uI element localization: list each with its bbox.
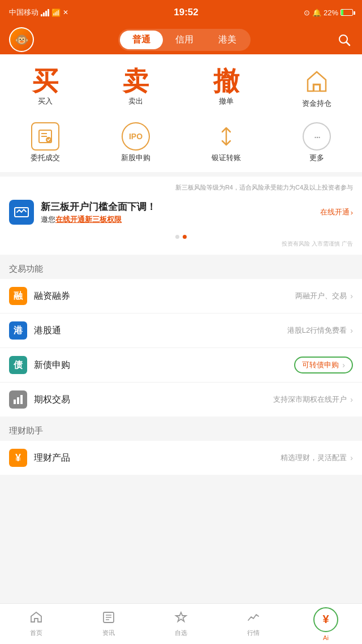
action-buy[interactable]: 买 买入 [0, 63, 90, 113]
bond-arrow-icon: › [342, 360, 345, 370]
options-badge [9, 390, 27, 409]
battery-icon [341, 9, 353, 16]
wealth-arrow-icon: › [350, 453, 353, 462]
bottom-nav-market[interactable]: 行情 [217, 611, 290, 637]
dot-1[interactable] [175, 235, 179, 239]
svg-rect-8 [14, 400, 16, 404]
trading-list: 融 融资融券 两融开户、交易 › 港 港股通 港股L2行情免费看 › 债 新债申… [0, 279, 362, 417]
options-name: 期权交易 [34, 394, 273, 406]
market-nav-icon [247, 611, 260, 628]
banner-icon [9, 200, 34, 225]
ipo-icon: IPO [122, 122, 150, 151]
watchlist-nav-label: 自选 [175, 629, 187, 637]
banner-footer: 投资有风险 入市需谨慎 广告 [9, 240, 353, 248]
list-item-wealth[interactable]: ¥ 理财产品 精选理财，灵活配置 › [0, 441, 362, 475]
status-bar: 中国移动 📶 ✕ 19:52 ⊙ 🔔 22% [0, 0, 362, 25]
bottom-nav-news[interactable]: 资讯 [72, 611, 145, 637]
bottom-nav-home[interactable]: 首页 [0, 611, 72, 637]
hkconnect-desc: 港股L2行情免费看 › [287, 325, 353, 336]
list-item-bond[interactable]: 债 新债申购 可转债申购 › [0, 348, 362, 383]
alarm-icon: 🔔 [312, 8, 321, 17]
bond-badge: 债 [9, 356, 27, 374]
action-portfolio[interactable]: 资金持仓 [272, 63, 362, 113]
search-button[interactable] [335, 31, 353, 49]
status-battery-area: ⊙ 🔔 22% [304, 8, 353, 17]
banner-hint: 新三板风险等级为R4，适合风险承受能力为C4及以上投资者参与 [9, 183, 353, 192]
wifi-icon: 📶 [51, 8, 61, 17]
hkconnect-name: 港股通 [34, 325, 287, 337]
action-ipo[interactable]: IPO 新股申购 [90, 118, 181, 168]
svg-rect-9 [17, 397, 19, 404]
battery-percent: 22% [324, 8, 338, 17]
news-nav-label: 资讯 [102, 629, 115, 637]
bond-highlight[interactable]: 可转债申购 › [294, 357, 353, 373]
bond-name: 新债申购 [34, 359, 294, 371]
ai-nav-circle: ¥ [313, 607, 338, 632]
bottom-nav-ai[interactable]: ¥ Ai [290, 607, 362, 641]
transfer-label: 银证转账 [212, 153, 241, 163]
account-type-tabs: 普通 信用 港美 [118, 29, 251, 51]
portfolio-icon [303, 68, 331, 96]
more-label: 更多 [309, 153, 324, 163]
ai-nav-label: Ai [323, 634, 329, 641]
options-arrow-icon: › [350, 395, 353, 404]
margin-badge: 融 [9, 287, 27, 305]
banner-sub: 邀您在线开通新三板权限 [41, 214, 156, 225]
banner-action-button[interactable]: 在线开通 › [320, 207, 353, 217]
list-item-hkconnect[interactable]: 港 港股通 港股L2行情免费看 › [0, 314, 362, 348]
bottom-nav-watchlist[interactable]: 自选 [145, 611, 217, 637]
tab-credit[interactable]: 信用 [163, 31, 206, 49]
sell-icon: 卖 [123, 68, 149, 94]
banner-dots [9, 235, 353, 239]
dot-2[interactable] [183, 235, 187, 239]
action-more[interactable]: ··· 更多 [272, 118, 362, 168]
nav-bar: 🐵 普通 信用 港美 [0, 25, 362, 54]
banner-card[interactable]: 新三板开户门槛全面下调！ 邀您在线开通新三板权限 在线开通 › [9, 194, 353, 230]
margin-desc: 两融开户、交易 › [295, 291, 353, 301]
bottom-nav: 首页 资讯 自选 行情 ¥ Ai [0, 603, 362, 644]
banner-section: 新三板风险等级为R4，适合风险承受能力为C4及以上投资者参与 新三板开户门槛全面… [0, 177, 362, 255]
margin-arrow-icon: › [350, 291, 353, 300]
wealth-desc: 精选理财，灵活配置 › [281, 453, 353, 463]
logo-image: 🐵 [10, 28, 33, 51]
cancel-icon: 撤 [213, 68, 239, 94]
more-icon: ··· [303, 122, 331, 151]
home-nav-icon [29, 611, 43, 628]
svg-line-1 [347, 42, 350, 46]
watchlist-nav-icon [174, 611, 188, 628]
margin-name: 融资融券 [34, 290, 295, 302]
cancel-label: 撤单 [219, 96, 234, 106]
banner-left: 新三板开户门槛全面下调！ 邀您在线开通新三板权限 [9, 200, 156, 225]
action-sell[interactable]: 卖 卖出 [90, 63, 181, 113]
bond-desc-text: 可转债申购 [302, 360, 339, 370]
svg-rect-10 [20, 395, 23, 404]
hkconnect-badge: 港 [9, 321, 27, 340]
sell-label: 卖出 [128, 96, 143, 106]
banner-link[interactable]: 在线开通新三板权限 [55, 215, 122, 224]
list-item-options[interactable]: 期权交易 支持深市期权在线开户 › [0, 383, 362, 417]
action-orders[interactable]: 委托成交 [0, 118, 90, 168]
orders-label: 委托成交 [31, 153, 60, 163]
tab-hkus[interactable]: 港美 [206, 31, 249, 49]
portfolio-label: 资金持仓 [302, 98, 331, 109]
market-nav-label: 行情 [247, 629, 260, 637]
buy-label: 买入 [38, 96, 53, 106]
news-nav-icon [102, 611, 115, 628]
hkconnect-arrow-icon: › [350, 326, 353, 335]
quick-actions-grid: 买 买入 卖 卖出 撤 撤单 资金持仓 [0, 54, 362, 172]
ipo-label: 新股申购 [121, 153, 150, 163]
options-desc: 支持深市期权在线开户 › [273, 394, 353, 405]
data-icon: ✕ [63, 8, 68, 16]
action-cancel[interactable]: 撤 撤单 [181, 63, 272, 113]
buy-icon: 买 [32, 68, 58, 94]
trading-section-title: 交易功能 [0, 255, 362, 279]
action-transfer[interactable]: 银证转账 [181, 118, 272, 168]
ai-nav-icon: ¥ [322, 613, 329, 626]
list-item-margin[interactable]: 融 融资融券 两融开户、交易 › [0, 279, 362, 314]
banner-text: 新三板开户门槛全面下调！ 邀您在线开通新三板权限 [41, 200, 156, 225]
app-logo[interactable]: 🐵 [9, 27, 34, 52]
tab-normal[interactable]: 普通 [120, 31, 163, 49]
wealth-badge: ¥ [9, 449, 27, 467]
status-carrier: 中国移动 📶 ✕ [9, 7, 68, 18]
signal-icon [41, 9, 49, 16]
